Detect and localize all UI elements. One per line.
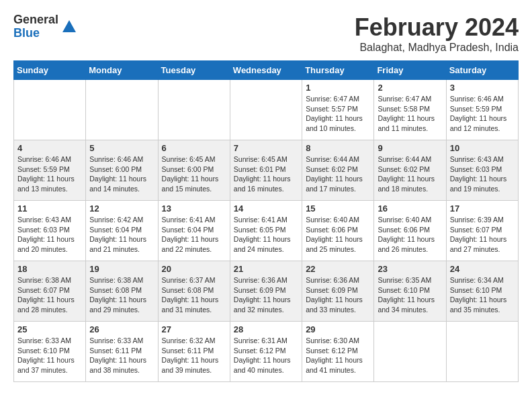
week-row-2: 4Sunrise: 6:46 AM Sunset: 5:59 PM Daylig… [14,140,519,201]
day-number: 19 [89,264,154,274]
day-number: 13 [162,203,226,214]
header: General Blue February 2024 Balaghat, Mad… [13,13,519,54]
col-header-tuesday: Tuesday [158,61,230,80]
day-number: 5 [89,143,154,153]
day-cell [86,80,158,140]
day-number: 16 [378,203,442,214]
day-number: 7 [234,143,298,153]
day-info: Sunrise: 6:38 AM Sunset: 6:07 PM Dayligh… [17,275,82,315]
day-info: Sunrise: 6:44 AM Sunset: 6:02 PM Dayligh… [306,154,370,194]
calendar-table: SundayMondayTuesdayWednesdayThursdayFrid… [13,60,519,382]
day-info: Sunrise: 6:45 AM Sunset: 6:01 PM Dayligh… [234,154,298,194]
day-number: 3 [450,83,515,93]
day-cell: 6Sunrise: 6:45 AM Sunset: 6:00 PM Daylig… [158,140,230,201]
day-cell: 8Sunrise: 6:44 AM Sunset: 6:02 PM Daylig… [302,140,374,201]
day-cell: 22Sunrise: 6:36 AM Sunset: 6:09 PM Dayli… [302,261,374,322]
day-cell: 25Sunrise: 6:33 AM Sunset: 6:10 PM Dayli… [14,322,86,382]
day-number: 14 [234,203,298,214]
logo-general: General [13,13,58,27]
day-info: Sunrise: 6:47 AM Sunset: 5:58 PM Dayligh… [378,94,442,134]
day-info: Sunrise: 6:40 AM Sunset: 6:06 PM Dayligh… [378,215,442,255]
day-number: 21 [234,264,298,274]
day-number: 25 [17,324,82,334]
day-cell: 26Sunrise: 6:33 AM Sunset: 6:11 PM Dayli… [86,322,158,382]
day-info: Sunrise: 6:35 AM Sunset: 6:10 PM Dayligh… [378,275,442,315]
day-cell: 11Sunrise: 6:43 AM Sunset: 6:03 PM Dayli… [14,201,86,261]
day-number: 23 [378,264,442,274]
day-cell [158,80,230,140]
logo-blue: Blue [13,27,58,40]
day-cell: 16Sunrise: 6:40 AM Sunset: 6:06 PM Dayli… [374,201,446,261]
day-number: 4 [17,143,82,153]
day-number: 9 [378,143,442,153]
logo-icon [61,19,77,35]
day-info: Sunrise: 6:46 AM Sunset: 6:00 PM Dayligh… [89,154,154,194]
day-cell: 20Sunrise: 6:37 AM Sunset: 6:08 PM Dayli… [158,261,230,322]
day-cell: 7Sunrise: 6:45 AM Sunset: 6:01 PM Daylig… [230,140,302,201]
day-info: Sunrise: 6:37 AM Sunset: 6:08 PM Dayligh… [162,275,226,315]
day-number: 2 [378,83,442,93]
day-cell: 3Sunrise: 6:46 AM Sunset: 5:59 PM Daylig… [446,80,518,140]
day-cell: 5Sunrise: 6:46 AM Sunset: 6:00 PM Daylig… [86,140,158,201]
day-cell: 21Sunrise: 6:36 AM Sunset: 6:09 PM Dayli… [230,261,302,322]
day-number: 17 [450,203,515,214]
day-info: Sunrise: 6:36 AM Sunset: 6:09 PM Dayligh… [306,275,370,315]
day-number: 12 [89,203,154,214]
week-row-4: 18Sunrise: 6:38 AM Sunset: 6:07 PM Dayli… [14,261,519,322]
day-cell: 15Sunrise: 6:40 AM Sunset: 6:06 PM Dayli… [302,201,374,261]
header-row: SundayMondayTuesdayWednesdayThursdayFrid… [14,61,519,80]
day-info: Sunrise: 6:42 AM Sunset: 6:04 PM Dayligh… [89,215,154,255]
location-title: Balaghat, Madhya Pradesh, India [355,42,519,54]
day-cell: 2Sunrise: 6:47 AM Sunset: 5:58 PM Daylig… [374,80,446,140]
day-cell [14,80,86,140]
day-info: Sunrise: 6:44 AM Sunset: 6:02 PM Dayligh… [378,154,442,194]
col-header-wednesday: Wednesday [230,61,302,80]
day-number: 10 [450,143,515,153]
day-info: Sunrise: 6:34 AM Sunset: 6:10 PM Dayligh… [450,275,515,315]
day-info: Sunrise: 6:46 AM Sunset: 5:59 PM Dayligh… [17,154,82,194]
day-cell [230,80,302,140]
day-info: Sunrise: 6:33 AM Sunset: 6:11 PM Dayligh… [89,336,154,375]
day-cell [374,322,446,382]
day-cell: 12Sunrise: 6:42 AM Sunset: 6:04 PM Dayli… [86,201,158,261]
day-number: 28 [234,324,298,334]
day-cell: 28Sunrise: 6:31 AM Sunset: 6:12 PM Dayli… [230,322,302,382]
day-number: 11 [17,203,82,214]
day-number: 6 [162,143,226,153]
day-cell: 1Sunrise: 6:47 AM Sunset: 5:57 PM Daylig… [302,80,374,140]
day-number: 27 [162,324,226,334]
day-info: Sunrise: 6:41 AM Sunset: 6:05 PM Dayligh… [234,215,298,255]
day-number: 29 [306,324,370,334]
week-row-1: 1Sunrise: 6:47 AM Sunset: 5:57 PM Daylig… [14,80,519,140]
week-row-5: 25Sunrise: 6:33 AM Sunset: 6:10 PM Dayli… [14,322,519,382]
day-cell: 10Sunrise: 6:43 AM Sunset: 6:03 PM Dayli… [446,140,518,201]
day-cell [446,322,518,382]
day-cell: 14Sunrise: 6:41 AM Sunset: 6:05 PM Dayli… [230,201,302,261]
day-cell: 17Sunrise: 6:39 AM Sunset: 6:07 PM Dayli… [446,201,518,261]
day-info: Sunrise: 6:39 AM Sunset: 6:07 PM Dayligh… [450,215,515,255]
day-number: 15 [306,203,370,214]
day-cell: 27Sunrise: 6:32 AM Sunset: 6:11 PM Dayli… [158,322,230,382]
title-area: February 2024 Balaghat, Madhya Pradesh, … [355,13,519,54]
day-info: Sunrise: 6:43 AM Sunset: 6:03 PM Dayligh… [450,154,515,194]
day-number: 18 [17,264,82,274]
day-number: 20 [162,264,226,274]
day-info: Sunrise: 6:47 AM Sunset: 5:57 PM Dayligh… [306,94,370,134]
day-number: 26 [89,324,154,334]
day-info: Sunrise: 6:40 AM Sunset: 6:06 PM Dayligh… [306,215,370,255]
week-row-3: 11Sunrise: 6:43 AM Sunset: 6:03 PM Dayli… [14,201,519,261]
day-info: Sunrise: 6:41 AM Sunset: 6:04 PM Dayligh… [162,215,226,255]
day-info: Sunrise: 6:30 AM Sunset: 6:12 PM Dayligh… [306,336,370,375]
col-header-monday: Monday [86,61,158,80]
day-info: Sunrise: 6:36 AM Sunset: 6:09 PM Dayligh… [234,275,298,315]
day-cell: 23Sunrise: 6:35 AM Sunset: 6:10 PM Dayli… [374,261,446,322]
day-cell: 24Sunrise: 6:34 AM Sunset: 6:10 PM Dayli… [446,261,518,322]
day-cell: 29Sunrise: 6:30 AM Sunset: 6:12 PM Dayli… [302,322,374,382]
day-info: Sunrise: 6:38 AM Sunset: 6:08 PM Dayligh… [89,275,154,315]
day-cell: 4Sunrise: 6:46 AM Sunset: 5:59 PM Daylig… [14,140,86,201]
day-cell: 13Sunrise: 6:41 AM Sunset: 6:04 PM Dayli… [158,201,230,261]
month-title: February 2024 [355,13,519,42]
day-cell: 9Sunrise: 6:44 AM Sunset: 6:02 PM Daylig… [374,140,446,201]
col-header-thursday: Thursday [302,61,374,80]
day-number: 1 [306,83,370,93]
